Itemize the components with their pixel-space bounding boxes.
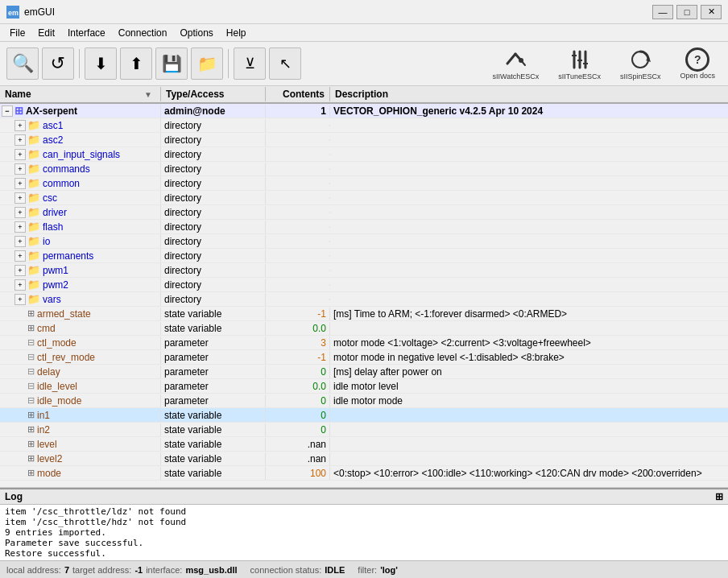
menu-interface[interactable]: Interface [61, 26, 112, 40]
folder-button[interactable]: 📁 [191, 47, 223, 80]
folder-icon: 📁 [27, 221, 40, 233]
save-button[interactable]: 💾 [155, 47, 188, 80]
table-row[interactable]: ⊟ idle_mode parameter 0 idle motor mode [0, 394, 728, 408]
interface-label: interface: [146, 565, 182, 575]
expand-btn[interactable]: + [14, 134, 26, 146]
expand-btn[interactable]: + [14, 294, 26, 305]
row-contents-cell [266, 212, 330, 213]
log-body[interactable]: item '/csc_throttle/ldz' not found item … [0, 505, 728, 560]
row-desc-cell [330, 139, 728, 141]
table-row[interactable]: ⊞ level2 state variable .nan [0, 452, 728, 466]
refresh-button[interactable]: ↻ [42, 47, 74, 80]
table-row[interactable]: ⊟ idle_level parameter 0.0 idle motor le… [0, 379, 728, 394]
row-name-cell: + 📁 asc2 [0, 133, 161, 147]
row-name-cell: + 📁 csc [0, 191, 161, 204]
table-row[interactable]: + 📁 pwm2 directory [0, 278, 728, 292]
download-icon: ⬇ [94, 54, 108, 73]
row-type-cell: directory [161, 221, 266, 233]
table-row[interactable]: + 📁 asc2 directory [0, 133, 728, 147]
item-name: asc1 [43, 120, 63, 131]
cursor-icon: ↖ [279, 55, 292, 72]
expand-btn[interactable]: + [14, 279, 26, 291]
param-icon: ⊟ [27, 381, 35, 391]
menubar: File Edit Interface Connection Options H… [0, 24, 728, 42]
open-docs-button[interactable]: ? Open docs [673, 44, 722, 83]
row-contents-cell [266, 183, 330, 184]
search-button[interactable]: 🔍 [6, 47, 39, 80]
table-row[interactable]: ⊞ mode state variable 100 <0:stop> <10:e… [0, 466, 728, 481]
upload-button[interactable]: ⬆ [120, 47, 152, 80]
table-row[interactable]: + 📁 common directory [0, 176, 728, 191]
table-row[interactable]: + 📁 permanents directory [0, 249, 728, 263]
table-row[interactable]: + 📁 can_input_signals directory [0, 147, 728, 162]
spin-esc-button[interactable]: sIISpinESCx [614, 43, 668, 84]
close-button[interactable]: ✕ [701, 5, 722, 19]
table-row[interactable]: + 📁 io directory [0, 234, 728, 249]
watch-esc-button[interactable]: sIIWatchESCx [486, 43, 546, 84]
expand-btn[interactable]: + [14, 163, 26, 175]
expand-btn[interactable]: + [14, 221, 26, 233]
log-line: item '/csc_throttle/ldz' not found [5, 506, 723, 517]
row-desc-cell [330, 255, 728, 257]
log-expand-icon[interactable]: ⊞ [715, 491, 723, 502]
table-row[interactable]: + 📁 vars directory [0, 292, 728, 307]
col-header-desc: Description [330, 87, 728, 101]
row-type-cell: directory [161, 134, 266, 147]
table-row[interactable]: ⊟ ctl_mode parameter 3 motor mode <1:vol… [0, 336, 728, 350]
tune-esc-label: sIITuneESCx [558, 72, 601, 81]
table-row[interactable]: − ⊞ AX-serpent admin@node 1 VECTOR_OPHIO… [0, 104, 728, 118]
table-row[interactable]: + 📁 commands directory [0, 162, 728, 176]
expand-btn[interactable]: + [14, 120, 26, 131]
connection-status-value: IDLE [325, 565, 345, 575]
table-row[interactable]: ⊞ cmd state variable 0.0 [0, 321, 728, 336]
watch-esc-label: sIIWatchESCx [493, 72, 540, 81]
table-row[interactable]: ⊟ delay parameter 0 [ms] delay after pow… [0, 365, 728, 379]
table-row[interactable]: ⊞ in2 state variable 0 [0, 423, 728, 437]
table-row[interactable]: + 📁 pwm1 directory [0, 263, 728, 278]
expand-btn[interactable]: + [14, 250, 26, 262]
item-name: driver [43, 207, 67, 218]
table-row[interactable]: ⊞ in1 state variable 0 [0, 408, 728, 423]
row-type-cell: directory [161, 148, 266, 161]
table-row[interactable]: ⊞ level state variable .nan [0, 437, 728, 452]
menu-file[interactable]: File [3, 26, 31, 40]
sort-icon: ▼ [144, 90, 152, 99]
expand-btn[interactable]: − [2, 105, 13, 117]
expand-btn[interactable]: + [14, 149, 26, 160]
table-row[interactable]: ⊞ armed_state state variable -1 [ms] Tim… [0, 307, 728, 321]
row-name-cell: + 📁 driver [0, 205, 161, 219]
row-contents-cell [266, 241, 330, 242]
row-name-cell: ⊞ cmd [0, 322, 161, 335]
download-button[interactable]: ⬇ [85, 47, 117, 80]
menu-help[interactable]: Help [220, 26, 253, 40]
cursor-button[interactable]: ↖ [269, 47, 301, 80]
tune-esc-button[interactable]: sIITuneESCx [552, 43, 607, 84]
minimize-button[interactable]: — [652, 5, 673, 19]
table-row[interactable]: + 📁 flash directory [0, 220, 728, 234]
folder-icon: 📁 [27, 119, 40, 131]
expand-btn[interactable]: + [14, 192, 26, 204]
menu-options[interactable]: Options [173, 26, 219, 40]
table-row[interactable]: + 📁 asc1 directory [0, 118, 728, 133]
table-row[interactable]: + 📁 csc directory [0, 191, 728, 205]
table-row[interactable]: + 📁 driver directory [0, 205, 728, 220]
col-header-name[interactable]: Name ▼ [0, 87, 161, 101]
row-name-cell: ⊞ in2 [0, 423, 161, 436]
log-section: Log ⊞ item '/csc_throttle/ldz' not found… [0, 488, 728, 560]
log-header: Log ⊞ [0, 489, 728, 505]
row-name-cell: ⊟ idle_level [0, 380, 161, 393]
expand-btn[interactable]: + [14, 265, 26, 276]
expand-btn[interactable]: + [14, 178, 26, 189]
row-type-cell: directory [161, 177, 266, 190]
expand-btn [14, 308, 26, 320]
tree-body[interactable]: − ⊞ AX-serpent admin@node 1 VECTOR_OPHIO… [0, 104, 728, 487]
maximize-button[interactable]: □ [676, 5, 697, 19]
menu-edit[interactable]: Edit [31, 26, 61, 40]
row-type-cell: directory [161, 279, 266, 291]
expand-btn[interactable]: + [14, 207, 26, 218]
table-row[interactable]: ⊟ ctl_rev_mode parameter -1 motor mode i… [0, 350, 728, 365]
filter-button[interactable]: ⊻ [234, 47, 266, 80]
menu-connection[interactable]: Connection [112, 26, 174, 40]
expand-btn[interactable]: + [14, 236, 26, 247]
row-name-cell: + 📁 flash [0, 220, 161, 233]
